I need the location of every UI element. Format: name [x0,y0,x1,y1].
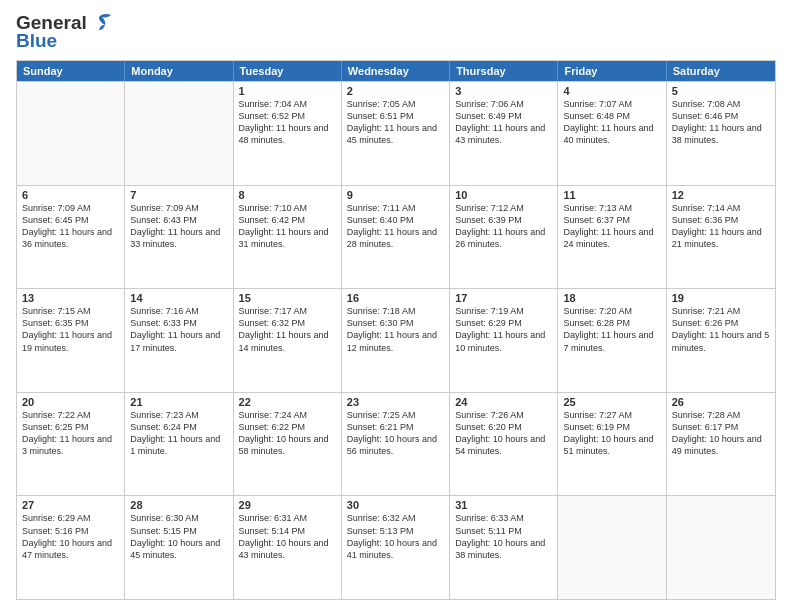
day-info: Sunrise: 7:04 AM Sunset: 6:52 PM Dayligh… [239,98,336,147]
week-row-4: 20Sunrise: 7:22 AM Sunset: 6:25 PM Dayli… [17,392,775,496]
day-number: 25 [563,396,660,408]
day-cell-11: 11Sunrise: 7:13 AM Sunset: 6:37 PM Dayli… [558,186,666,289]
day-cell-25: 25Sunrise: 7:27 AM Sunset: 6:19 PM Dayli… [558,393,666,496]
day-cell-20: 20Sunrise: 7:22 AM Sunset: 6:25 PM Dayli… [17,393,125,496]
logo-bird-icon [91,13,113,31]
day-cell-29: 29Sunrise: 6:31 AM Sunset: 5:14 PM Dayli… [234,496,342,599]
week-row-1: 1Sunrise: 7:04 AM Sunset: 6:52 PM Daylig… [17,81,775,185]
day-number: 6 [22,189,119,201]
day-cell-2: 2Sunrise: 7:05 AM Sunset: 6:51 PM Daylig… [342,82,450,185]
day-info: Sunrise: 6:33 AM Sunset: 5:11 PM Dayligh… [455,512,552,561]
day-cell-16: 16Sunrise: 7:18 AM Sunset: 6:30 PM Dayli… [342,289,450,392]
day-info: Sunrise: 6:30 AM Sunset: 5:15 PM Dayligh… [130,512,227,561]
day-number: 2 [347,85,444,97]
day-cell-empty [125,82,233,185]
day-number: 18 [563,292,660,304]
day-number: 8 [239,189,336,201]
day-number: 16 [347,292,444,304]
day-info: Sunrise: 7:23 AM Sunset: 6:24 PM Dayligh… [130,409,227,458]
day-info: Sunrise: 6:31 AM Sunset: 5:14 PM Dayligh… [239,512,336,561]
day-info: Sunrise: 7:09 AM Sunset: 6:45 PM Dayligh… [22,202,119,251]
calendar-body: 1Sunrise: 7:04 AM Sunset: 6:52 PM Daylig… [17,81,775,599]
day-info: Sunrise: 7:25 AM Sunset: 6:21 PM Dayligh… [347,409,444,458]
day-cell-26: 26Sunrise: 7:28 AM Sunset: 6:17 PM Dayli… [667,393,775,496]
day-number: 5 [672,85,770,97]
day-info: Sunrise: 7:21 AM Sunset: 6:26 PM Dayligh… [672,305,770,354]
week-row-3: 13Sunrise: 7:15 AM Sunset: 6:35 PM Dayli… [17,288,775,392]
day-cell-13: 13Sunrise: 7:15 AM Sunset: 6:35 PM Dayli… [17,289,125,392]
day-cell-15: 15Sunrise: 7:17 AM Sunset: 6:32 PM Dayli… [234,289,342,392]
day-cell-9: 9Sunrise: 7:11 AM Sunset: 6:40 PM Daylig… [342,186,450,289]
day-number: 7 [130,189,227,201]
day-cell-23: 23Sunrise: 7:25 AM Sunset: 6:21 PM Dayli… [342,393,450,496]
day-cell-1: 1Sunrise: 7:04 AM Sunset: 6:52 PM Daylig… [234,82,342,185]
day-cell-22: 22Sunrise: 7:24 AM Sunset: 6:22 PM Dayli… [234,393,342,496]
day-number: 30 [347,499,444,511]
day-cell-19: 19Sunrise: 7:21 AM Sunset: 6:26 PM Dayli… [667,289,775,392]
day-number: 17 [455,292,552,304]
day-info: Sunrise: 7:06 AM Sunset: 6:49 PM Dayligh… [455,98,552,147]
header-day-friday: Friday [558,61,666,81]
day-number: 11 [563,189,660,201]
day-cell-17: 17Sunrise: 7:19 AM Sunset: 6:29 PM Dayli… [450,289,558,392]
day-info: Sunrise: 7:22 AM Sunset: 6:25 PM Dayligh… [22,409,119,458]
day-number: 31 [455,499,552,511]
day-info: Sunrise: 7:28 AM Sunset: 6:17 PM Dayligh… [672,409,770,458]
day-number: 15 [239,292,336,304]
day-number: 29 [239,499,336,511]
day-cell-27: 27Sunrise: 6:29 AM Sunset: 5:16 PM Dayli… [17,496,125,599]
calendar: SundayMondayTuesdayWednesdayThursdayFrid… [16,60,776,600]
day-cell-6: 6Sunrise: 7:09 AM Sunset: 6:45 PM Daylig… [17,186,125,289]
day-number: 4 [563,85,660,97]
day-number: 21 [130,396,227,408]
day-info: Sunrise: 7:16 AM Sunset: 6:33 PM Dayligh… [130,305,227,354]
logo-blue: Blue [16,30,57,52]
day-number: 14 [130,292,227,304]
day-info: Sunrise: 7:05 AM Sunset: 6:51 PM Dayligh… [347,98,444,147]
day-number: 20 [22,396,119,408]
day-info: Sunrise: 7:27 AM Sunset: 6:19 PM Dayligh… [563,409,660,458]
day-info: Sunrise: 7:14 AM Sunset: 6:36 PM Dayligh… [672,202,770,251]
logo: General Blue [16,12,113,52]
day-info: Sunrise: 6:29 AM Sunset: 5:16 PM Dayligh… [22,512,119,561]
day-number: 27 [22,499,119,511]
day-info: Sunrise: 7:24 AM Sunset: 6:22 PM Dayligh… [239,409,336,458]
day-cell-12: 12Sunrise: 7:14 AM Sunset: 6:36 PM Dayli… [667,186,775,289]
day-cell-empty [17,82,125,185]
day-info: Sunrise: 7:20 AM Sunset: 6:28 PM Dayligh… [563,305,660,354]
day-info: Sunrise: 7:18 AM Sunset: 6:30 PM Dayligh… [347,305,444,354]
header: General Blue [16,12,776,52]
day-info: Sunrise: 7:11 AM Sunset: 6:40 PM Dayligh… [347,202,444,251]
day-cell-7: 7Sunrise: 7:09 AM Sunset: 6:43 PM Daylig… [125,186,233,289]
day-number: 23 [347,396,444,408]
day-cell-3: 3Sunrise: 7:06 AM Sunset: 6:49 PM Daylig… [450,82,558,185]
day-cell-24: 24Sunrise: 7:26 AM Sunset: 6:20 PM Dayli… [450,393,558,496]
day-cell-31: 31Sunrise: 6:33 AM Sunset: 5:11 PM Dayli… [450,496,558,599]
day-info: Sunrise: 7:26 AM Sunset: 6:20 PM Dayligh… [455,409,552,458]
day-number: 10 [455,189,552,201]
day-info: Sunrise: 7:13 AM Sunset: 6:37 PM Dayligh… [563,202,660,251]
day-number: 12 [672,189,770,201]
day-info: Sunrise: 7:19 AM Sunset: 6:29 PM Dayligh… [455,305,552,354]
header-day-saturday: Saturday [667,61,775,81]
day-number: 22 [239,396,336,408]
day-cell-30: 30Sunrise: 6:32 AM Sunset: 5:13 PM Dayli… [342,496,450,599]
day-info: Sunrise: 7:10 AM Sunset: 6:42 PM Dayligh… [239,202,336,251]
day-info: Sunrise: 7:08 AM Sunset: 6:46 PM Dayligh… [672,98,770,147]
header-day-tuesday: Tuesday [234,61,342,81]
day-number: 26 [672,396,770,408]
day-cell-empty [667,496,775,599]
header-day-thursday: Thursday [450,61,558,81]
calendar-header: SundayMondayTuesdayWednesdayThursdayFrid… [17,61,775,81]
day-info: Sunrise: 7:17 AM Sunset: 6:32 PM Dayligh… [239,305,336,354]
day-number: 28 [130,499,227,511]
header-day-monday: Monday [125,61,233,81]
day-number: 13 [22,292,119,304]
day-info: Sunrise: 7:09 AM Sunset: 6:43 PM Dayligh… [130,202,227,251]
day-cell-14: 14Sunrise: 7:16 AM Sunset: 6:33 PM Dayli… [125,289,233,392]
day-cell-empty [558,496,666,599]
header-day-wednesday: Wednesday [342,61,450,81]
day-cell-28: 28Sunrise: 6:30 AM Sunset: 5:15 PM Dayli… [125,496,233,599]
day-number: 1 [239,85,336,97]
week-row-5: 27Sunrise: 6:29 AM Sunset: 5:16 PM Dayli… [17,495,775,599]
